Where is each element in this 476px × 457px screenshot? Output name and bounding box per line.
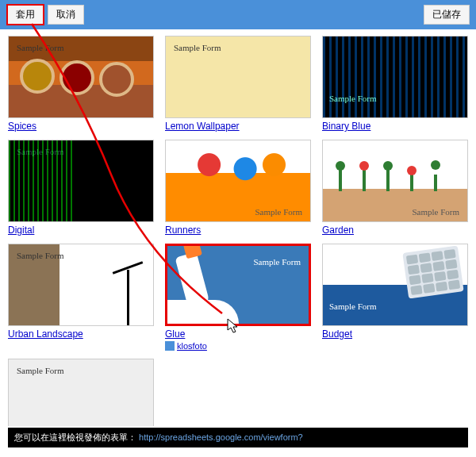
theme-item: Sample FormDigital xyxy=(8,140,154,236)
theme-title[interactable]: Spices xyxy=(8,121,154,132)
theme-title[interactable]: Budget xyxy=(322,328,468,340)
theme-thumbnail[interactable]: Sample Form xyxy=(322,36,468,118)
theme-thumbnail[interactable]: Sample Form xyxy=(165,36,311,118)
theme-title[interactable]: Garden xyxy=(322,225,468,236)
theme-thumbnail[interactable]: Sample Form xyxy=(8,359,154,426)
theme-thumbnail[interactable]: Sample Form xyxy=(8,140,154,222)
theme-thumbnail[interactable]: Sample Form xyxy=(165,244,311,326)
theme-title[interactable]: Runners xyxy=(165,225,311,236)
apply-button[interactable]: 套用 xyxy=(6,4,44,25)
theme-title[interactable]: Binary Blue xyxy=(322,121,468,132)
sample-form-label: Sample Form xyxy=(412,207,459,217)
theme-attribution: klosfoto xyxy=(165,341,311,351)
sample-form-label: Sample Form xyxy=(174,43,221,52)
theme-item: Sample FormLemon Wallpaper xyxy=(165,36,311,132)
theme-title[interactable]: Urban Landscape xyxy=(8,328,154,340)
theme-item: Sample FormGarden xyxy=(322,140,468,236)
theme-thumbnail[interactable]: Sample Form xyxy=(322,140,468,222)
theme-thumbnail[interactable]: Sample Form xyxy=(8,36,154,118)
theme-item: Sample FormBudget xyxy=(322,244,468,351)
theme-gallery: Sample FormSpicesSample FormLemon Wallpa… xyxy=(0,29,476,426)
sample-form-label: Sample Form xyxy=(17,43,64,52)
attribution-icon xyxy=(165,341,175,351)
sample-form-label: Sample Form xyxy=(17,251,64,260)
sample-form-label: Sample Form xyxy=(255,207,302,217)
saved-button[interactable]: 已儲存 xyxy=(424,5,470,25)
cancel-button[interactable]: 取消 xyxy=(48,5,84,25)
theme-thumbnail[interactable]: Sample Form xyxy=(165,140,311,222)
footer-link[interactable]: http://spreadsheets.google.com/viewform? xyxy=(139,432,303,442)
theme-item: Sample FormGrey Shadows xyxy=(8,359,154,426)
theme-title[interactable]: Glue xyxy=(165,328,311,340)
theme-thumbnail[interactable]: Sample Form xyxy=(8,244,154,326)
theme-item: Sample FormBinary Blue xyxy=(322,36,468,132)
theme-item: Sample FormSpices xyxy=(8,36,154,132)
footer-text: 您可以在這裡檢視發佈的表單： xyxy=(14,432,136,442)
sample-form-label: Sample Form xyxy=(17,366,64,375)
toolbar: 套用 取消 已儲存 xyxy=(0,0,476,29)
theme-item: Sample FormGlueklosfoto xyxy=(165,244,311,351)
attribution-link[interactable]: klosfoto xyxy=(177,341,207,351)
sample-form-label: Sample Form xyxy=(329,301,377,311)
theme-item: Sample FormUrban Landscape xyxy=(8,244,154,351)
theme-title[interactable]: Lemon Wallpaper xyxy=(165,121,311,132)
footer-bar: 您可以在這裡檢視發佈的表單： http://spreadsheets.googl… xyxy=(8,428,468,447)
sample-form-label: Sample Form xyxy=(253,257,301,267)
theme-thumbnail[interactable]: Sample Form xyxy=(322,244,468,326)
theme-item: Sample FormRunners xyxy=(165,140,311,236)
theme-title[interactable]: Digital xyxy=(8,225,154,236)
sample-form-label: Sample Form xyxy=(329,94,377,103)
